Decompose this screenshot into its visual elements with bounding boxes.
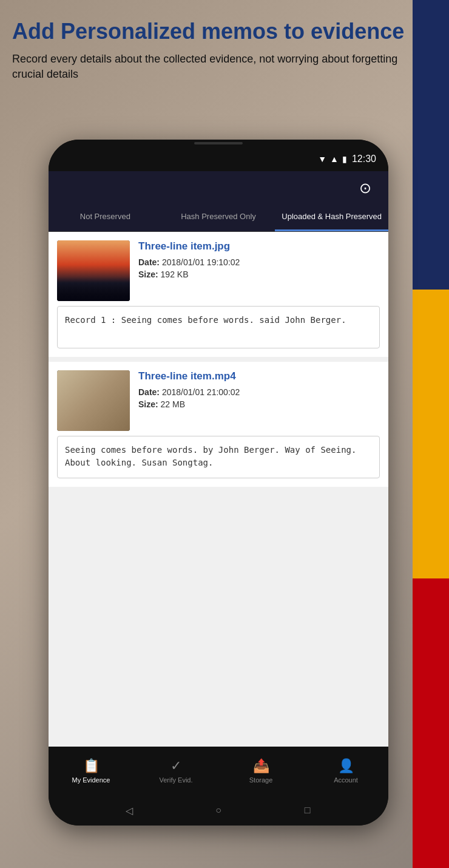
memo-box-2[interactable]: Seeing comes before words. by John Berge…: [57, 436, 380, 478]
evidence-thumb-2: [57, 370, 130, 431]
thumb-mp4: [57, 370, 130, 431]
memo-box-1[interactable]: Record 1 : Seeing comes before words. sa…: [57, 306, 380, 348]
status-bar: ▼ ▲ ▮ 12:30: [49, 147, 388, 171]
content-area: Three-line item.jpg Date: 2018/01/01 19:…: [49, 232, 388, 747]
evidence-title-2: Three-line item.mp4: [138, 370, 380, 382]
tab-uploaded-hash[interactable]: Uploaded & Hash Preserved: [275, 205, 388, 231]
back-button[interactable]: ◁: [120, 801, 138, 819]
verify-icon: ✓: [170, 758, 181, 774]
home-indicator: ◁ ○ □: [49, 795, 388, 826]
notch-indicator: [194, 142, 243, 144]
nav-label-my-evidence: My Evidence: [72, 776, 110, 784]
nav-my-evidence[interactable]: 📋 My Evidence: [49, 753, 133, 788]
nav-verify-evid[interactable]: ✓ Verify Evid.: [133, 753, 218, 788]
evidence-meta-2: Three-line item.mp4 Date: 2018/01/01 21:…: [138, 370, 380, 431]
thumb-jpg: [57, 240, 130, 301]
evidence-size-1: Size: 192 KB: [138, 270, 380, 279]
nav-label-verify: Verify Evid.: [159, 776, 192, 784]
bar-blue: [413, 0, 449, 290]
evidence-header-2: Three-line item.mp4 Date: 2018/01/01 21:…: [49, 362, 388, 436]
evidence-meta-1: Three-line item.jpg Date: 2018/01/01 19:…: [138, 240, 380, 301]
my-evidence-icon: 📋: [83, 758, 100, 774]
signal-icon: ▲: [330, 154, 339, 164]
bottom-nav: 📋 My Evidence ✓ Verify Evid. 📤 Storage 👤…: [49, 747, 388, 795]
storage-icon: 📤: [253, 758, 269, 774]
home-button[interactable]: ○: [209, 801, 228, 819]
tab-hash-preserved[interactable]: Hash Preserved Only: [162, 205, 275, 231]
color-bars: [413, 0, 449, 868]
tab-not-preserved[interactable]: Not Preserved: [49, 205, 162, 231]
wifi-icon: ▼: [318, 154, 326, 164]
nav-label-storage: Storage: [249, 776, 273, 784]
evidence-date-1: Date: 2018/01/01 19:10:02: [138, 257, 380, 267]
nav-account[interactable]: 👤 Account: [303, 753, 388, 788]
evidence-title-1: Three-line item.jpg: [138, 240, 380, 253]
app-topbar: ⊙: [49, 171, 388, 205]
evidence-card-1: Three-line item.jpg Date: 2018/01/01 19:…: [49, 232, 388, 362]
nav-label-account: Account: [334, 776, 358, 784]
bar-yellow: [413, 290, 449, 579]
phone-container: ▼ ▲ ▮ 12:30 ⊙ Not Preserved Hash Preserv…: [49, 140, 388, 826]
page-title: Add Personalized memos to evidence: [12, 18, 407, 44]
battery-icon: ▮: [342, 154, 347, 164]
evidence-thumb-1: [57, 240, 130, 301]
bar-red: [413, 578, 449, 868]
evidence-date-2: Date: 2018/01/01 21:00:02: [138, 387, 380, 397]
recent-button[interactable]: □: [299, 801, 317, 819]
page-subtitle: Record every details about the collected…: [12, 52, 407, 82]
camera-icon: ⊙: [359, 180, 371, 197]
nav-storage[interactable]: 📤 Storage: [218, 753, 303, 788]
camera-button[interactable]: ⊙: [354, 177, 376, 199]
header-section: Add Personalized memos to evidence Recor…: [12, 18, 407, 83]
evidence-header-1: Three-line item.jpg Date: 2018/01/01 19:…: [49, 232, 388, 306]
evidence-size-2: Size: 22 MB: [138, 399, 380, 409]
tab-bar: Not Preserved Hash Preserved Only Upload…: [49, 205, 388, 232]
status-icons: ▼ ▲ ▮: [318, 154, 347, 164]
phone-notch: [49, 140, 388, 147]
account-icon: 👤: [338, 758, 354, 774]
status-time: 12:30: [352, 154, 376, 164]
thumb-mp4-inner: [57, 370, 130, 431]
evidence-card-2: Three-line item.mp4 Date: 2018/01/01 21:…: [49, 362, 388, 492]
